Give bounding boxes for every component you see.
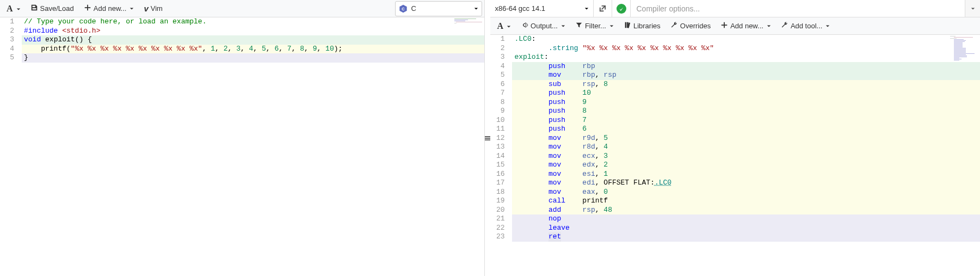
- line-number: 14: [490, 152, 512, 161]
- code-line[interactable]: push 9: [512, 98, 980, 107]
- code-line[interactable]: // Type your code here, or load an examp…: [22, 17, 484, 27]
- line-number: 15: [490, 161, 512, 170]
- line-number: 8: [490, 98, 512, 107]
- code-line[interactable]: nop: [512, 214, 980, 224]
- libraries-label: Libraries: [633, 22, 661, 30]
- code-token: mov: [548, 179, 561, 187]
- code-token: "%x %x %x %x %x %x %x %x %x %x": [582, 44, 714, 52]
- code-token: esi: [582, 170, 595, 178]
- code-token: 7: [287, 45, 292, 53]
- pane-splitter[interactable]: [485, 0, 490, 276]
- code-token: [565, 89, 582, 97]
- code-token: }: [24, 53, 28, 62]
- code-token: [561, 206, 582, 214]
- code-line[interactable]: mov edi, OFFSET FLAT:.LC0: [512, 179, 980, 188]
- code-token: mov: [548, 71, 561, 79]
- code-token: add: [548, 206, 561, 214]
- code-token: 48: [603, 206, 612, 214]
- code-token: rbp: [582, 71, 595, 79]
- code-token: ,: [317, 45, 325, 53]
- code-line[interactable]: exploit:: [512, 53, 980, 62]
- code-token: push: [548, 116, 565, 124]
- vim-label: Vim: [151, 4, 163, 13]
- code-token: mov: [548, 134, 561, 142]
- code-line[interactable]: mov edx, 2: [512, 161, 980, 170]
- line-number: 18: [490, 188, 512, 197]
- code-line[interactable]: mov r8d, 4: [512, 143, 980, 152]
- code-line[interactable]: mov rbp, rsp: [512, 71, 980, 80]
- code-line[interactable]: mov eax, 0: [512, 188, 980, 197]
- code-line[interactable]: mov esi, 1: [512, 170, 980, 179]
- save-load-button[interactable]: Save/Load: [26, 2, 78, 16]
- code-token: 1: [603, 170, 608, 178]
- source-editor[interactable]: 12345 // Type your code here, or load an…: [0, 17, 484, 276]
- code-token: ,: [595, 152, 604, 160]
- popout-button[interactable]: [594, 0, 612, 17]
- line-number: 12: [490, 134, 512, 143]
- code-token: 2: [224, 45, 228, 53]
- code-line[interactable]: push 8: [512, 107, 980, 116]
- code-line[interactable]: mov r9d, 5: [512, 134, 980, 143]
- asm-code-area[interactable]: .LC0: .string "%x %x %x %x %x %x %x %x %…: [512, 35, 980, 276]
- code-line[interactable]: push 6: [512, 125, 980, 134]
- code-token: ,: [304, 45, 313, 53]
- code-token: ,: [241, 45, 249, 53]
- line-number: 16: [490, 170, 512, 179]
- line-number: 1: [490, 35, 512, 44]
- compiler-name: x86-64 gcc 14.1: [495, 4, 545, 13]
- code-line[interactable]: push 7: [512, 116, 980, 125]
- code-line[interactable]: void exploit() {: [22, 35, 484, 45]
- font-size-button[interactable]: A: [492, 19, 515, 33]
- code-token: push: [548, 62, 565, 70]
- code-token: .string: [548, 44, 578, 52]
- language-select[interactable]: C C: [395, 1, 482, 16]
- code-line[interactable]: }: [22, 53, 484, 63]
- asm-editor[interactable]: 1234567891011121314151617181920212223 .L…: [490, 35, 980, 276]
- code-token: ecx: [582, 152, 595, 160]
- gear-icon: [521, 21, 528, 30]
- code-token: <stdio.h>: [62, 27, 100, 35]
- code-line[interactable]: .LC0:: [512, 35, 980, 44]
- vim-button[interactable]: v Vim: [139, 2, 167, 16]
- font-size-label: A: [7, 4, 13, 14]
- code-line[interactable]: ret: [512, 232, 980, 242]
- code-token: 1: [211, 45, 215, 53]
- add-new-button[interactable]: Add new...: [716, 19, 775, 33]
- code-line[interactable]: mov ecx, 3: [512, 152, 980, 161]
- code-token: );: [334, 45, 343, 53]
- code-token: exploit: [45, 35, 75, 44]
- source-code-area[interactable]: // Type your code here, or load an examp…: [22, 17, 484, 276]
- vim-icon: v: [144, 4, 148, 13]
- code-line[interactable]: call printf: [512, 197, 980, 206]
- code-line[interactable]: add rsp, 48: [512, 206, 980, 215]
- add-tool-button[interactable]: Add tool...: [776, 19, 835, 33]
- code-line[interactable]: sub rsp, 8: [512, 80, 980, 89]
- code-line[interactable]: push rbp: [512, 62, 980, 71]
- code-line[interactable]: push 10: [512, 89, 980, 98]
- code-token: [514, 134, 548, 142]
- line-number: 21: [490, 214, 512, 224]
- libraries-button[interactable]: Libraries: [619, 19, 665, 33]
- compiler-options-menu[interactable]: [965, 0, 980, 17]
- compiler-select[interactable]: x86-64 gcc 14.1: [490, 0, 594, 17]
- code-line[interactable]: #include <stdio.h>: [22, 27, 484, 36]
- code-token: rbp: [582, 62, 595, 70]
- code-token: :: [544, 53, 548, 61]
- code-token: ,: [253, 45, 262, 53]
- line-number: 2: [0, 27, 22, 36]
- code-token: [565, 98, 582, 106]
- code-line[interactable]: leave: [512, 224, 980, 233]
- code-token: 10: [582, 89, 591, 97]
- compiler-options-input[interactable]: [631, 0, 965, 17]
- output-button[interactable]: Output...: [516, 19, 570, 33]
- font-size-button[interactable]: A: [2, 2, 25, 16]
- line-number: 4: [490, 62, 512, 71]
- line-number: 2: [490, 44, 512, 53]
- filter-button[interactable]: Filter...: [571, 19, 618, 33]
- add-new-button[interactable]: Add new...: [79, 2, 139, 16]
- code-token: edi: [582, 179, 595, 187]
- code-token: [514, 179, 548, 187]
- code-line[interactable]: .string "%x %x %x %x %x %x %x %x %x %x": [512, 44, 980, 53]
- code-line[interactable]: printf("%x %x %x %x %x %x %x %x %x %x", …: [22, 45, 484, 54]
- overrides-button[interactable]: Overrides: [666, 19, 715, 33]
